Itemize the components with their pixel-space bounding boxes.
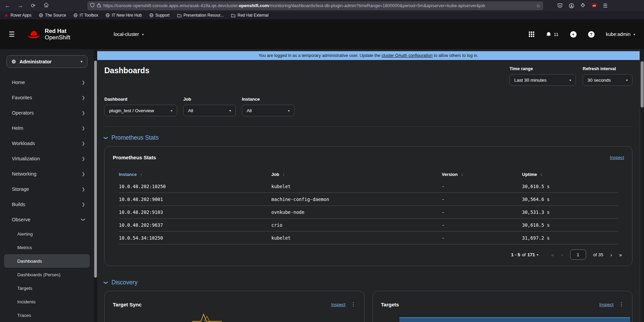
bookmarks-bar: Rover Apps The Source IT Toolbox IT New … [0, 11, 644, 19]
column-header-job[interactable]: Job↕ [271, 172, 442, 177]
per-page-dropdown[interactable]: 1 - 5 of 171 ▾ [511, 252, 538, 257]
sidebar-item-home[interactable]: Home❯ [0, 75, 94, 90]
kebab-menu-icon[interactable]: ⋮ [351, 301, 356, 307]
nav-label: Workloads [12, 141, 35, 146]
nav-label: Alerting [17, 232, 33, 237]
sidebar-item-dashboards-perses[interactable]: Dashboards (Perses) [4, 268, 90, 281]
notifications-button[interactable]: 11 [546, 32, 559, 37]
sidebar-item-alerting[interactable]: Alerting [4, 227, 90, 241]
page-scrollbar-thumb[interactable] [641, 61, 644, 107]
sidebar-item-traces[interactable]: Traces [4, 308, 90, 322]
sidebar-item-incidents[interactable]: Incidents [4, 295, 90, 308]
sidebar-item-workloads[interactable]: Workloads❯ [0, 136, 94, 151]
lock-icon[interactable] [97, 3, 101, 9]
sidebar-item-operators[interactable]: Operators❯ [0, 105, 94, 120]
bookmark-the-source[interactable]: The Source [39, 13, 66, 18]
inspect-link[interactable]: Inspect [331, 302, 346, 307]
sidebar-item-virtualization[interactable]: Virtualization❯ [0, 151, 94, 166]
cell-instance: 10.0.48.202:9001 [119, 197, 271, 202]
shield-icon[interactable] [90, 3, 95, 9]
sidebar-item-targets[interactable]: Targets [4, 281, 90, 295]
nav-label: Virtualization [12, 156, 40, 161]
banner-text: to allow others to log in. [433, 53, 478, 58]
sidebar-item-favorites[interactable]: Favorites❯ [0, 90, 94, 105]
sidebar-item-observe[interactable]: Observe❯ [0, 212, 94, 227]
sidebar-item-networking[interactable]: Networking❯ [0, 166, 94, 181]
first-page-button[interactable]: « [551, 252, 554, 258]
inspect-link[interactable]: Inspect [599, 302, 614, 307]
oauth-config-link[interactable]: cluster OAuth configuration [381, 53, 433, 58]
chevron-right-icon: ❯ [82, 80, 85, 85]
job-value: All [188, 108, 193, 113]
sidebar-item-builds[interactable]: Builds❯ [0, 197, 94, 212]
time-range-label: Time range [510, 66, 576, 71]
sidebar-item-storage[interactable]: Storage❯ [0, 181, 94, 197]
bookmark-label: Support [155, 13, 170, 18]
bookmark-presentation-resources[interactable]: Presentation Resour... [177, 13, 224, 18]
cell-version: - [442, 184, 522, 189]
user-menu[interactable]: kube:admin ▾ [606, 32, 635, 37]
help-icon[interactable]: ? [588, 31, 595, 38]
column-header-instance[interactable]: Instance↑ [119, 172, 271, 177]
time-range-control: Time range Last 30 minutes ▾ [510, 66, 576, 86]
bookmark-it-toolbox[interactable]: IT Toolbox [74, 13, 98, 18]
chevron-right-icon: ❯ [82, 187, 85, 192]
discovery-section-toggle[interactable]: ❯ Discovery [104, 279, 632, 286]
sidebar-item-dashboards[interactable]: Dashboards [4, 254, 90, 268]
instance-select[interactable]: All ▾ [242, 105, 294, 116]
forward-icon[interactable]: → [16, 3, 24, 9]
url-path: /monitoring/dashboards/test-db-plugin-ad… [269, 3, 485, 8]
cell-uptime: 30,618.5 s [522, 222, 618, 228]
inspect-link[interactable]: Inspect [610, 155, 624, 160]
prometheus-stats-section-toggle[interactable]: ❯ Prometheus Stats [104, 134, 632, 141]
reload-icon[interactable]: ⟳ [29, 2, 37, 9]
nav-toggle-icon[interactable]: ☰ [9, 30, 15, 38]
previous-page-button[interactable]: ‹ [561, 252, 563, 258]
bookmark-rover-apps[interactable]: Rover Apps [4, 13, 32, 18]
bookmark-label: The Source [45, 13, 66, 18]
account-icon[interactable] [569, 3, 574, 8]
sidebar-item-metrics[interactable]: Metrics [4, 241, 90, 254]
back-icon[interactable]: ← [3, 3, 12, 9]
url-text[interactable]: https://console-openshift-console.apps.e… [103, 3, 534, 8]
next-page-button[interactable]: › [610, 252, 612, 258]
nav-label: Metrics [17, 245, 32, 250]
extensions-puzzle-icon[interactable] [580, 3, 585, 8]
home-icon[interactable] [42, 2, 50, 9]
app-launcher-icon[interactable] [529, 32, 534, 37]
cell-version: - [442, 235, 522, 241]
perspective-switcher[interactable]: ⚙ Administrator ▾ [6, 55, 87, 68]
ublock-icon[interactable]: uO [591, 3, 597, 8]
bookmark-red-hat-external[interactable]: Red Hat External [231, 13, 268, 18]
cluster-dropdown[interactable]: local-cluster ▾ [114, 32, 144, 37]
browser-menu-icon[interactable]: ☰ [603, 3, 607, 9]
cell-instance: 10.0.48.202:9103 [119, 209, 271, 215]
bookmark-support[interactable]: Support [149, 13, 170, 18]
column-header-version[interactable]: Version↕ [442, 172, 522, 177]
bookmark-star-icon[interactable]: ☆ [536, 3, 540, 8]
time-range-select[interactable]: Last 30 minutes ▾ [510, 74, 576, 86]
redhat-icon [4, 14, 8, 17]
kebab-menu-icon[interactable]: ⋮ [619, 301, 624, 307]
refresh-interval-select[interactable]: 30 seconds ▾ [583, 74, 632, 86]
brand-logo[interactable]: Red Hat OpenShift [27, 28, 70, 41]
url-bar[interactable]: https://console-openshift-console.apps.e… [87, 1, 543, 10]
last-page-button[interactable]: » [619, 252, 622, 258]
sidebar-item-helm[interactable]: Helm❯ [0, 120, 94, 136]
sidebar: ⚙ Administrator ▾ Home❯ Favorites❯ Opera… [0, 49, 94, 322]
chevron-down-icon: ▾ [142, 33, 144, 36]
dashboard-value: plugin_test / Overview [109, 108, 154, 113]
bookmark-it-new-hire-hub[interactable]: IT New Hire Hub [106, 13, 142, 18]
chevron-down-icon: ▾ [229, 109, 231, 113]
nav-label: Operators [12, 110, 34, 116]
globe-icon [74, 13, 78, 17]
of-word: of [522, 252, 525, 257]
job-select[interactable]: All ▾ [183, 105, 236, 116]
chevron-down-icon: ▾ [171, 109, 172, 113]
import-yaml-plus-icon[interactable]: + [570, 31, 577, 38]
current-page-input[interactable] [570, 249, 586, 260]
dashboard-select[interactable]: plugin_test / Overview ▾ [104, 105, 177, 116]
sidebar-scrollbar-thumb[interactable] [94, 61, 97, 278]
pocket-icon[interactable] [557, 3, 563, 8]
column-header-uptime[interactable]: Uptime↕ [522, 172, 618, 177]
